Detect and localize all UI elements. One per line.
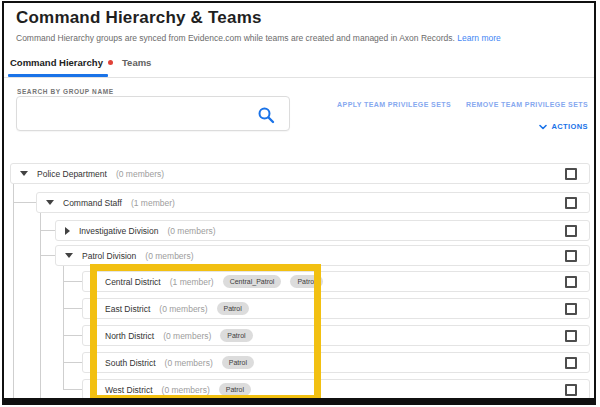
group-name: Central District xyxy=(105,277,161,287)
team-pill: Patrol xyxy=(219,383,251,396)
tree-connector-line xyxy=(63,335,82,336)
tree-row[interactable]: Patrol Division(0 members) xyxy=(55,245,590,266)
row-checkbox[interactable] xyxy=(565,303,577,315)
team-pill: Central_Patrol xyxy=(223,275,282,288)
tree-connector-line xyxy=(63,308,82,309)
collapse-arrow-icon[interactable] xyxy=(46,200,54,205)
team-pill: Patrol xyxy=(220,329,252,342)
member-count: (0 members) xyxy=(162,385,210,395)
collapse-arrow-icon[interactable] xyxy=(65,253,73,258)
group-name: Police Department xyxy=(37,169,107,179)
tree-connector-line xyxy=(40,213,41,399)
tree-connector-line xyxy=(63,389,82,390)
member-count: (0 members) xyxy=(163,331,211,341)
team-pill: Patrol xyxy=(217,302,249,315)
member-count: (0 members) xyxy=(167,226,215,236)
group-tree: Police Department(0 members)Command Staf… xyxy=(0,0,600,407)
group-name: West District xyxy=(105,385,153,395)
group-name: Investigative Division xyxy=(79,226,158,236)
tree-connector-line xyxy=(13,184,14,399)
tree-connector-line xyxy=(40,230,55,231)
expand-arrow-icon[interactable] xyxy=(65,227,70,235)
member-count: (0 members) xyxy=(159,304,207,314)
tree-connector-line xyxy=(63,281,82,282)
tree-row[interactable]: Investigative Division(0 members) xyxy=(55,220,590,241)
tree-connector-line xyxy=(63,362,82,363)
tree-row[interactable]: East District(0 members)Patrol xyxy=(82,298,590,319)
row-checkbox[interactable] xyxy=(565,357,577,369)
team-pill: Patrol xyxy=(222,356,254,369)
row-checkbox[interactable] xyxy=(565,276,577,288)
tree-row[interactable]: Central District(1 member)Central_Patrol… xyxy=(82,271,590,292)
member-count: (0 members) xyxy=(165,358,213,368)
group-name: South District xyxy=(105,358,156,368)
row-checkbox[interactable] xyxy=(565,384,577,396)
team-pill: Patrol xyxy=(290,275,322,288)
member-count: (1 member) xyxy=(170,277,214,287)
group-name: Command Staff xyxy=(63,198,122,208)
tree-row[interactable]: South District(0 members)Patrol xyxy=(82,352,590,373)
tree-connector-line xyxy=(13,202,36,203)
row-checkbox[interactable] xyxy=(565,330,577,342)
member-count: (0 members) xyxy=(145,251,193,261)
tree-row[interactable]: Police Department(0 members) xyxy=(10,163,590,184)
group-name: Patrol Division xyxy=(82,251,136,261)
group-name: East District xyxy=(105,304,150,314)
tree-row[interactable]: North District(0 members)Patrol xyxy=(82,325,590,346)
tree-connector-line xyxy=(63,266,64,389)
row-checkbox[interactable] xyxy=(565,168,577,180)
member-count: (1 member) xyxy=(131,198,175,208)
row-checkbox[interactable] xyxy=(565,250,577,262)
row-checkbox[interactable] xyxy=(565,225,577,237)
collapse-arrow-icon[interactable] xyxy=(20,171,28,176)
tree-connector-line xyxy=(40,255,55,256)
row-checkbox[interactable] xyxy=(565,197,577,209)
tree-row[interactable]: Command Staff(1 member) xyxy=(36,192,590,213)
page: Command Hierarchy & Teams Command Hierar… xyxy=(0,0,600,407)
tree-row[interactable]: West District(0 members)Patrol xyxy=(82,379,590,400)
group-name: North District xyxy=(105,331,154,341)
member-count: (0 members) xyxy=(116,169,164,179)
